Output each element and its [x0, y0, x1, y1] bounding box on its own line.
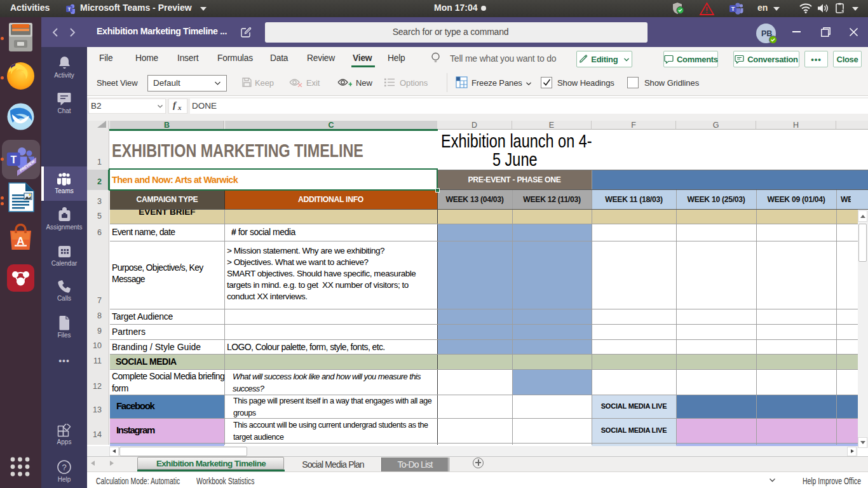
svg-text:T: T	[10, 154, 17, 165]
svg-text:T: T	[731, 6, 735, 12]
svg-text:?: ?	[62, 463, 66, 472]
svg-text:T: T	[68, 6, 71, 12]
